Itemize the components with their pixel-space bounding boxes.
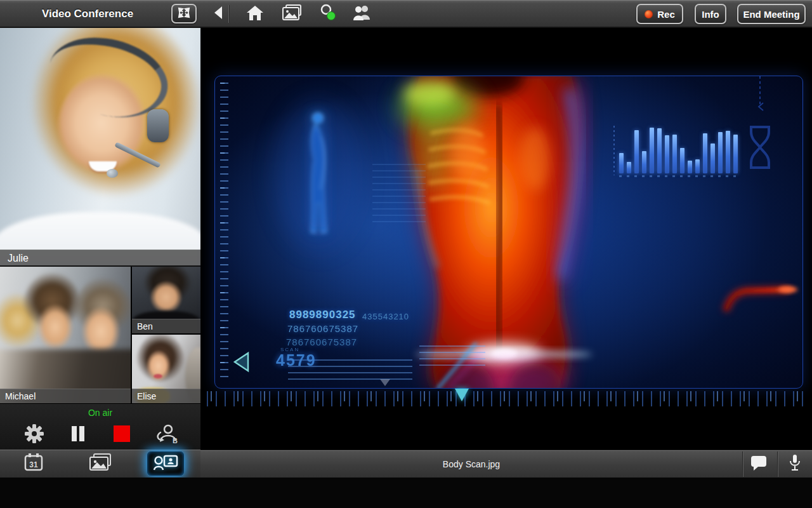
equalizer-bar [627, 162, 631, 173]
people-icon [352, 4, 372, 23]
participant-name-tag: Elise [132, 389, 200, 403]
toolbar-separator [228, 5, 229, 23]
equalizer-bar [733, 135, 738, 173]
search-presence-button[interactable] [318, 4, 338, 23]
gear-icon [24, 424, 44, 446]
panel-title: Video Conference [0, 0, 175, 28]
tab-gallery[interactable] [82, 451, 119, 476]
equalizer-bar [695, 159, 700, 173]
title-bar: Video Conference [0, 0, 200, 28]
participant-name: Ben [137, 321, 153, 331]
equalizer-bar [703, 133, 707, 173]
participant-name: Michael [5, 391, 36, 401]
file-bar: Body Scan.jpg [200, 450, 812, 478]
people-button[interactable] [352, 4, 372, 23]
home-icon [246, 4, 264, 23]
equalizer-bar [619, 153, 624, 173]
on-air-status: On air [0, 408, 200, 418]
gallery-button[interactable] [282, 4, 302, 23]
calendar-icon: 31 [23, 453, 44, 474]
participant-name-tag: Ben [132, 319, 200, 333]
equalizer-bar [672, 135, 677, 173]
equalizer-bar [718, 132, 723, 173]
participant-thumbnails: Michael Ben Elise [0, 267, 200, 403]
thumbnail-elise[interactable]: Elise [132, 335, 200, 403]
end-meeting-label: End Meeting [743, 9, 799, 20]
scan-id-number: 8989890325 [289, 309, 356, 321]
tab-video-contact[interactable] [147, 451, 184, 476]
scan-id-number: 786760675387 [287, 323, 358, 334]
back-arrow-icon [213, 6, 223, 22]
body-scan-image[interactable]: 8989890325 435543210 786760675387 786760… [214, 76, 803, 389]
main-video-julie[interactable]: Julie [0, 28, 200, 265]
file-bar-separator [743, 451, 743, 477]
calendar-day: 31 [29, 460, 38, 469]
left-tab-bar: 31 [0, 450, 200, 478]
chat-button[interactable] [746, 455, 771, 473]
expand-arrows-icon [178, 7, 190, 20]
end-meeting-button[interactable]: End Meeting [737, 4, 806, 24]
scan-id-number: 786760675387 [286, 337, 357, 347]
screen: Video Conference [0, 0, 812, 508]
gallery-icon [89, 453, 112, 474]
thumbnail-michael[interactable]: Michael [0, 267, 131, 403]
transfer-contact-button[interactable]: B [155, 424, 177, 446]
shared-file-name: Body Scan.jpg [200, 450, 742, 478]
file-bar-separator [778, 451, 778, 477]
equalizer-bar [634, 130, 639, 173]
chat-bubble-icon [750, 455, 768, 474]
scan-previous-arrow[interactable] [232, 351, 252, 375]
rec-dot-icon [645, 10, 653, 18]
search-presence-icon [318, 4, 337, 24]
tab-calendar[interactable]: 31 [15, 451, 52, 476]
pause-button[interactable] [67, 424, 89, 446]
settings-button[interactable] [23, 424, 45, 446]
scan-counter: 4579 [276, 351, 317, 370]
shared-content-viewer: 8989890325 435543210 786760675387 786760… [200, 28, 812, 450]
equalizer-bar [710, 144, 715, 173]
equalizer-bars [619, 128, 741, 173]
info-label: Info [702, 9, 719, 20]
transfer-contact-icon: B [155, 424, 178, 446]
thumbnail-ben[interactable]: Ben [132, 267, 200, 333]
top-toolbar: Rec Info End Meeting [200, 0, 812, 28]
scan-vertical-ruler [220, 83, 228, 380]
video-conference-panel: Video Conference [0, 0, 200, 478]
timeline-ruler[interactable] [207, 391, 806, 406]
scan-down-pointer [380, 379, 390, 386]
participant-name-tag: Michael [0, 389, 131, 403]
equalizer-bar [726, 131, 730, 173]
equalizer-bar [657, 128, 662, 173]
equalizer-bar [688, 161, 692, 173]
headset-earcup [147, 109, 169, 142]
stop-record-button[interactable] [111, 424, 133, 446]
headset-mic-tip [107, 169, 118, 178]
participant-name: Elise [137, 391, 156, 401]
equalizer-bar [680, 148, 684, 173]
participant-name: Julie [8, 253, 29, 264]
android-system-bar: 4G∨ [0, 478, 812, 508]
hud-text-lines [419, 345, 485, 370]
rec-button[interactable]: Rec [636, 4, 683, 24]
equalizer-bar [642, 151, 646, 173]
scan-id-number: 435543210 [362, 312, 409, 321]
gallery-icon [282, 4, 302, 23]
equalizer-baseline [619, 175, 740, 177]
content-panel: Rec Info End Meeting [200, 0, 812, 478]
home-button[interactable] [245, 4, 265, 23]
equalizer-bar [650, 128, 654, 173]
microphone-button[interactable] [782, 455, 808, 473]
microphone-icon [789, 454, 801, 474]
participant-name-tag: Julie [0, 250, 200, 265]
elise-face [146, 350, 174, 385]
expand-button[interactable] [171, 4, 197, 23]
video-contact-icon [153, 453, 178, 474]
group-person-2-face [37, 304, 74, 351]
call-controls: On air [0, 403, 200, 450]
equalizer-bar [665, 135, 669, 173]
elise-lips [154, 374, 162, 378]
info-button[interactable]: Info [695, 4, 726, 24]
transfer-badge: B [173, 437, 178, 444]
timeline-marker-icon[interactable] [455, 389, 469, 401]
back-button[interactable] [208, 4, 228, 23]
